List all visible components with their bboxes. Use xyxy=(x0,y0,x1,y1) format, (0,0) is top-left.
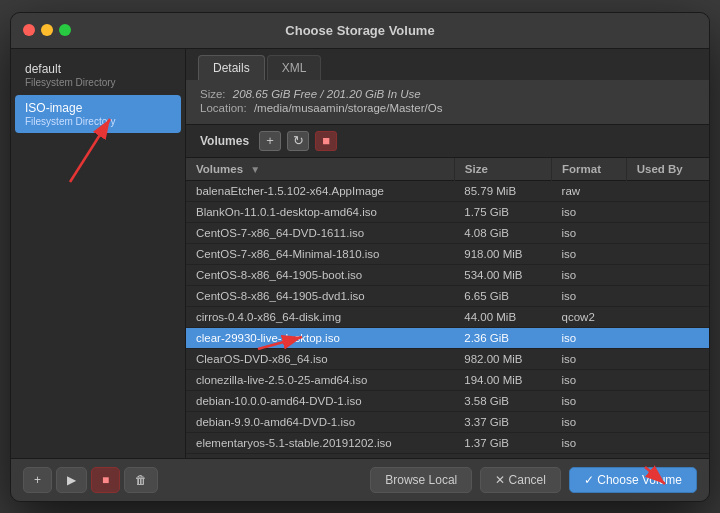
size-line: Size: 208.65 GiB Free / 201.20 GiB In Us… xyxy=(200,88,695,100)
row-size: 3.58 GiB xyxy=(454,390,551,411)
row-size: 982.00 MiB xyxy=(454,348,551,369)
row-name: clear-29930-live-desktop.iso xyxy=(186,327,454,348)
detail-panel: Details XML Size: 208.65 GiB Free / 201.… xyxy=(186,49,709,458)
row-usedby xyxy=(626,180,709,201)
table-body: balenaEtcher-1.5.102-x64.AppImage85.79 M… xyxy=(186,180,709,458)
row-usedby xyxy=(626,369,709,390)
table-row[interactable]: balenaEtcher-1.5.102-x64.AppImage85.79 M… xyxy=(186,180,709,201)
row-usedby xyxy=(626,390,709,411)
refresh-volumes-button[interactable]: ↻ xyxy=(287,131,309,151)
col-volumes[interactable]: Volumes ▼ xyxy=(186,158,454,181)
row-name: debian-10.0.0-amd64-DVD-1.iso xyxy=(186,390,454,411)
row-format: raw xyxy=(552,180,627,201)
row-name: CentOS-8-x86_64-1905-dvd1.iso xyxy=(186,285,454,306)
row-size: 1.75 GiB xyxy=(454,201,551,222)
choose-volume-button[interactable]: ✓ Choose Volume xyxy=(569,467,697,493)
row-name: debian-9.9.0-amd64-DVD-1.iso xyxy=(186,411,454,432)
sidebar: default Filesystem Directory ISO-image F… xyxy=(11,49,186,458)
add-volume-button[interactable]: + xyxy=(259,131,281,151)
volumes-toolbar: Volumes + ↻ ■ xyxy=(186,125,709,158)
row-format: iso xyxy=(552,432,627,453)
col-size[interactable]: Size xyxy=(454,158,551,181)
tabs: Details XML xyxy=(186,49,709,80)
row-name: elementaryos-5.1-stable.20191202.iso xyxy=(186,432,454,453)
col-usedby[interactable]: Used By xyxy=(626,158,709,181)
table-row[interactable]: CentOS-7-x86_64-Minimal-1810.iso918.00 M… xyxy=(186,243,709,264)
table-row[interactable]: CentOS-8-x86_64-1905-dvd1.iso6.65 GiBiso xyxy=(186,285,709,306)
table-row[interactable]: cirros-0.4.0-x86_64-disk.img44.00 MiBqco… xyxy=(186,306,709,327)
col-volumes-label: Volumes xyxy=(196,163,243,175)
table-row[interactable]: debian-9.9.0-amd64-DVD-1.iso3.37 GiBiso xyxy=(186,411,709,432)
location-label: Location: xyxy=(200,102,247,114)
row-size: 534.00 MiB xyxy=(454,264,551,285)
sidebar-item-iso-type: Filesystem Directory xyxy=(25,116,171,127)
sidebar-item-iso-image[interactable]: ISO-image Filesystem Directory xyxy=(15,95,181,133)
row-size: 1.37 GiB xyxy=(454,432,551,453)
col-format[interactable]: Format xyxy=(552,158,627,181)
delete-volume-button[interactable]: ■ xyxy=(315,131,337,151)
row-name: cirros-0.4.0-x86_64-disk.img xyxy=(186,306,454,327)
row-usedby xyxy=(626,348,709,369)
table-row[interactable]: ClearOS-DVD-x86_64.iso982.00 MiBiso xyxy=(186,348,709,369)
row-name: balenaEtcher-1.5.102-x64.AppImage xyxy=(186,180,454,201)
row-usedby xyxy=(626,411,709,432)
bottom-play-button[interactable]: ▶ xyxy=(56,467,87,493)
row-format: iso xyxy=(552,411,627,432)
row-format: iso xyxy=(552,348,627,369)
row-format: iso xyxy=(552,264,627,285)
minimize-button[interactable] xyxy=(41,24,53,36)
dialog-title: Choose Storage Volume xyxy=(285,23,434,38)
cancel-button[interactable]: ✕ Cancel xyxy=(480,467,561,493)
row-usedby xyxy=(626,264,709,285)
tab-details[interactable]: Details xyxy=(198,55,265,80)
row-format: iso xyxy=(552,243,627,264)
row-usedby xyxy=(626,306,709,327)
tab-xml[interactable]: XML xyxy=(267,55,322,80)
row-name: CentOS-8-x86_64-1905-boot.iso xyxy=(186,264,454,285)
row-format: iso xyxy=(552,327,627,348)
table-row[interactable]: clonezilla-live-2.5.0-25-amd64.iso194.00… xyxy=(186,369,709,390)
volumes-label: Volumes xyxy=(200,134,249,148)
row-name: BlankOn-11.0.1-desktop-amd64.iso xyxy=(186,201,454,222)
row-name: ClearOS-DVD-x86_64.iso xyxy=(186,348,454,369)
volumes-table: Volumes ▼ Size Format Used By balenaEtch… xyxy=(186,158,709,458)
bottom-add-button[interactable]: + xyxy=(23,467,52,493)
table-row[interactable]: CentOS-8-x86_64-1905-boot.iso534.00 MiBi… xyxy=(186,264,709,285)
bottom-right-controls: Browse Local ✕ Cancel ✓ Choose Volume xyxy=(370,467,697,493)
table-row[interactable]: elementaryos-5.1-stable.20191202.iso1.37… xyxy=(186,432,709,453)
volumes-table-container: Volumes ▼ Size Format Used By balenaEtch… xyxy=(186,158,709,458)
sidebar-item-default-type: Filesystem Directory xyxy=(25,77,171,88)
sort-arrow-icon: ▼ xyxy=(250,164,260,175)
table-row[interactable]: CentOS-7-x86_64-DVD-1611.iso4.08 GiBiso xyxy=(186,222,709,243)
bottom-bar: + ▶ ■ 🗑 Browse Local ✕ Cancel ✓ Choose V… xyxy=(11,458,709,501)
bottom-stop-button[interactable]: ■ xyxy=(91,467,120,493)
size-value: 208.65 GiB Free / 201.20 GiB In Use xyxy=(233,88,421,100)
table-header-row: Volumes ▼ Size Format Used By xyxy=(186,158,709,181)
location-value: /media/musaamin/storage/Master/Os xyxy=(254,102,443,114)
location-line: Location: /media/musaamin/storage/Master… xyxy=(200,102,695,114)
table-row[interactable]: BlankOn-11.0.1-desktop-amd64.iso1.75 GiB… xyxy=(186,201,709,222)
row-usedby xyxy=(626,222,709,243)
sidebar-item-default[interactable]: default Filesystem Directory xyxy=(15,56,181,94)
size-label: Size: xyxy=(200,88,226,100)
row-format: iso xyxy=(552,390,627,411)
row-usedby xyxy=(626,327,709,348)
close-button[interactable] xyxy=(23,24,35,36)
info-section: Size: 208.65 GiB Free / 201.20 GiB In Us… xyxy=(186,80,709,125)
table-row[interactable]: debian-10.0.0-amd64-DVD-1.iso3.58 GiBiso xyxy=(186,390,709,411)
row-size: 918.00 MiB xyxy=(454,243,551,264)
row-size: 44.00 MiB xyxy=(454,306,551,327)
table-row[interactable]: clear-29930-live-desktop.iso2.36 GiBiso xyxy=(186,327,709,348)
row-size: 3.37 GiB xyxy=(454,411,551,432)
sidebar-item-default-name: default xyxy=(25,62,171,76)
row-format: iso xyxy=(552,201,627,222)
title-bar: Choose Storage Volume xyxy=(11,13,709,49)
bottom-left-controls: + ▶ ■ 🗑 xyxy=(23,467,158,493)
row-format: iso xyxy=(552,222,627,243)
bottom-delete-button[interactable]: 🗑 xyxy=(124,467,158,493)
row-usedby xyxy=(626,285,709,306)
maximize-button[interactable] xyxy=(59,24,71,36)
row-usedby xyxy=(626,243,709,264)
browse-local-button[interactable]: Browse Local xyxy=(370,467,472,493)
row-usedby xyxy=(626,432,709,453)
